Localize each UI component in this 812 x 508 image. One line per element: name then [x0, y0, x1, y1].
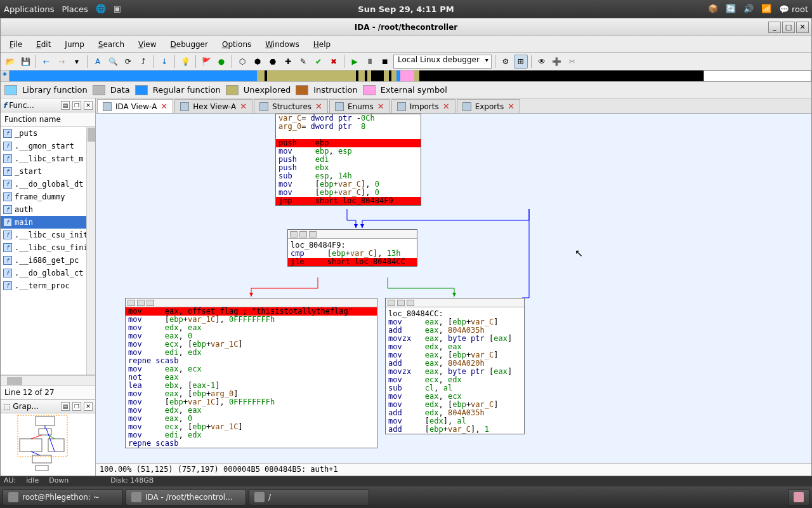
graph-view[interactable]: var_C= dword ptr -0Charg_0= dword ptr 8 …	[96, 114, 811, 463]
graph-mode-icon[interactable]: ⊞	[514, 55, 528, 69]
taskbar-item[interactable]: root@Phlegethon: ~	[3, 489, 123, 505]
graph-close-icon[interactable]: ✕	[84, 402, 93, 411]
search-text-icon[interactable]: A	[91, 55, 105, 69]
breakpoint2-icon[interactable]: ⬢	[251, 55, 265, 69]
function-item[interactable]: f.__gmon_start	[1, 140, 95, 152]
taskbar-item[interactable]: /	[249, 489, 369, 505]
goto-icon[interactable]: ⤴	[136, 55, 150, 69]
struct-add-icon[interactable]: ➕	[550, 55, 564, 69]
function-item[interactable]: f_puts	[1, 127, 95, 140]
menu-jump[interactable]: Jump	[58, 37, 90, 51]
save-icon[interactable]: 💾	[18, 55, 32, 69]
watch-icon[interactable]: 👁	[535, 55, 549, 69]
titlebar[interactable]: IDA - /root/thecontroller _ □ ✕	[1, 18, 811, 36]
function-item[interactable]: f_start	[1, 165, 95, 178]
pane-restore-icon[interactable]: ❐	[72, 101, 81, 110]
user-menu[interactable]: 💬 root	[779, 4, 808, 14]
function-item[interactable]: f.__do_global_dt	[1, 178, 95, 190]
graph-restore-icon[interactable]: ❐	[72, 402, 81, 411]
step-into-icon[interactable]: ↓	[157, 55, 171, 69]
menu-edit[interactable]: Edit	[30, 37, 57, 51]
function-item[interactable]: f.__i686_get_pc	[1, 254, 95, 267]
node-prologue[interactable]: var_C= dword ptr -0Charg_0= dword ptr 8 …	[275, 114, 421, 206]
pause-icon[interactable]: ⏸	[363, 55, 377, 69]
flag-icon[interactable]: 🚩	[199, 55, 213, 69]
graph-list-icon[interactable]: ▤	[61, 402, 70, 411]
function-item[interactable]: f.__libc_csu_fini	[1, 241, 95, 254]
function-item[interactable]: fmain	[1, 216, 95, 229]
minimize-button[interactable]: _	[768, 22, 781, 33]
apps-menu[interactable]: Applications	[4, 4, 54, 14]
node-loop-body[interactable]: loc_80484CC: mov eax, [ebp+var_C]add eax…	[385, 298, 525, 434]
tab-close-icon[interactable]: ✕	[240, 102, 247, 111]
tab-close-icon[interactable]: ✕	[508, 102, 514, 111]
function-item[interactable]: f.__libc_start_m	[1, 152, 95, 165]
taskbar-item[interactable]: IDA - /root/thecontrol...	[126, 489, 246, 505]
bulb-icon[interactable]: 💡	[178, 55, 192, 69]
menu-debugger[interactable]: Debugger	[164, 37, 214, 51]
iceweasel-icon[interactable]: 🌐	[96, 4, 106, 14]
tray-user-icon[interactable]	[788, 489, 809, 505]
back-icon[interactable]: ←	[39, 55, 53, 69]
stop-icon[interactable]: ⏹	[378, 55, 392, 69]
thread-icon[interactable]: ⚙	[499, 55, 513, 69]
delete-bp-icon[interactable]: ✖	[327, 55, 341, 69]
network-icon[interactable]: 📶	[761, 4, 771, 14]
tab-structures[interactable]: Structures✕	[254, 99, 328, 113]
node-loop-check[interactable]: loc_80484F9: cmp [ebp+var_C], 13h jle sh…	[287, 229, 417, 267]
dropdown-icon[interactable]: ▾	[70, 55, 84, 69]
graph-overview-canvas[interactable]	[1, 413, 95, 476]
functions-scrollbar-vertical[interactable]	[86, 127, 95, 375]
menu-options[interactable]: Options	[216, 37, 258, 51]
tab-close-icon[interactable]: ✕	[315, 102, 322, 111]
struct-del-icon[interactable]: ✂	[565, 55, 579, 69]
tab-close-icon[interactable]: ✕	[443, 102, 450, 111]
terminal-icon[interactable]: ▣	[114, 4, 124, 14]
pane-close-icon[interactable]: ✕	[84, 101, 93, 110]
function-item[interactable]: f.__libc_csu_init	[1, 229, 95, 241]
menu-view[interactable]: View	[132, 37, 162, 51]
nav-left-icon[interactable]: ◈	[1, 70, 10, 81]
tab-ida-view-a[interactable]: IDA View-A✕	[97, 99, 173, 113]
places-menu[interactable]: Places	[62, 4, 88, 14]
function-item[interactable]: fframe_dummy	[1, 190, 95, 203]
function-item[interactable]: f.__do_global_ct	[1, 267, 95, 279]
pane-list-icon[interactable]: ▤	[61, 101, 70, 110]
forward-icon[interactable]: →	[55, 55, 69, 69]
run-icon[interactable]: ▶	[348, 55, 362, 69]
tab-imports[interactable]: Imports✕	[391, 99, 455, 113]
debugger-combo[interactable]: Local Linux debugger	[393, 55, 492, 69]
add-bp-icon[interactable]: ✚	[281, 55, 295, 69]
functions-scrollbar-horizontal[interactable]	[1, 375, 95, 385]
functions-column-header[interactable]: Function name	[1, 112, 95, 127]
tab-exports[interactable]: Exports✕	[457, 99, 520, 113]
record-icon[interactable]: ●	[214, 55, 228, 69]
graph-overview-header[interactable]: ⬚ Grap... ▤ ❐ ✕	[1, 400, 95, 413]
search-next-icon[interactable]: ⟳	[121, 55, 135, 69]
tab-close-icon[interactable]: ✕	[160, 102, 167, 111]
close-button[interactable]: ✕	[796, 22, 809, 33]
tab-enums[interactable]: Enums✕	[329, 99, 390, 113]
function-item[interactable]: fauth	[1, 203, 95, 216]
navigation-band[interactable]: ◈	[1, 70, 811, 82]
enable-bp-icon[interactable]: ✔	[311, 55, 325, 69]
tab-hex-view-a[interactable]: Hex View-A✕	[174, 99, 252, 113]
breakpoint3-icon[interactable]: ⬣	[266, 55, 280, 69]
menu-file[interactable]: File	[3, 37, 29, 51]
clock[interactable]: Sun Sep 29, 4:11 PM	[358, 4, 454, 14]
menu-windows[interactable]: Windows	[259, 37, 306, 51]
maximize-button[interactable]: □	[782, 22, 795, 33]
menu-search[interactable]: Search	[92, 37, 131, 51]
open-icon[interactable]: 📂	[3, 55, 17, 69]
edit-bp-icon[interactable]: ✎	[296, 55, 310, 69]
functions-pane-header[interactable]: f Func... ▤ ❐ ✕	[1, 98, 95, 112]
nav-spinner[interactable]	[704, 70, 811, 82]
volume-icon[interactable]: 🔊	[743, 4, 754, 14]
node-strlen-block[interactable]: mov eax, offset flag ; "thisistotallythe…	[125, 298, 377, 448]
search-binary-icon[interactable]: 🔍	[106, 55, 120, 69]
breakpoint1-icon[interactable]: ⬡	[235, 55, 249, 69]
dropbox-icon[interactable]: 📦	[708, 4, 718, 14]
tab-close-icon[interactable]: ✕	[377, 102, 384, 111]
update-icon[interactable]: 🔄	[726, 4, 736, 14]
menu-help[interactable]: Help	[307, 37, 337, 51]
